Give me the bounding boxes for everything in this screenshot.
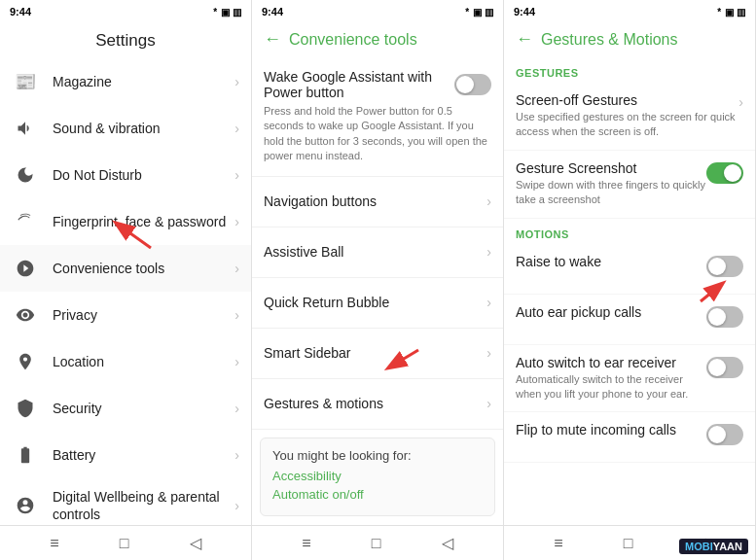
- sound-label: Sound & vibration: [53, 120, 234, 137]
- nav-home-3[interactable]: □: [624, 535, 633, 552]
- nav-buttons-label: Navigation buttons: [264, 193, 486, 209]
- screen-off-desc: Use specified gestures on the screen for…: [516, 110, 738, 140]
- fingerprint-icon: [12, 212, 39, 231]
- gesture-item-raise-wake[interactable]: Raise to wake: [504, 244, 755, 295]
- battery-label: Battery: [53, 446, 234, 464]
- location-label: Location: [53, 353, 234, 370]
- auto-switch-content: Auto switch to ear receiver Automaticall…: [516, 355, 706, 402]
- auto-ear-toggle[interactable]: [706, 306, 743, 328]
- nav-home-2[interactable]: □: [372, 535, 381, 552]
- status-bar-1: 9:44 * ▣ ▥: [0, 0, 251, 23]
- tool-item-nav-buttons[interactable]: Navigation buttons ›: [252, 177, 503, 228]
- convenience-list: Wake Google Assistant with Power button …: [252, 57, 503, 525]
- raise-wake-right: [706, 254, 743, 277]
- gesture-item-auto-switch[interactable]: Auto switch to ear receiver Automaticall…: [504, 345, 755, 413]
- convenience-title: Convenience tools: [289, 31, 417, 49]
- watermark: MOBIYAAN: [679, 539, 748, 554]
- screen-off-title: Screen-off Gestures: [516, 92, 738, 108]
- dnd-icon: [12, 165, 39, 185]
- settings-item-fingerprint[interactable]: Fingerprint, face & password ›: [0, 198, 251, 245]
- flip-mute-toggle[interactable]: [706, 424, 743, 445]
- gestures-header: ← Gestures & Motions: [504, 23, 755, 57]
- settings-item-convenience[interactable]: Convenience tools ›: [0, 245, 251, 292]
- signal-icon-3: ▣ ▥: [725, 7, 745, 18]
- gesture-item-screenshot[interactable]: Gesture Screenshot Swipe down with three…: [504, 151, 755, 219]
- assistive-label: Assistive Ball: [264, 244, 486, 260]
- settings-item-security[interactable]: Security ›: [0, 385, 251, 432]
- settings-item-privacy[interactable]: Privacy ›: [0, 292, 251, 338]
- back-arrow-3[interactable]: ←: [516, 29, 533, 50]
- status-icons-2: * ▣ ▥: [465, 7, 493, 18]
- nav-menu-1[interactable]: ≡: [50, 535, 58, 552]
- auto-onoff-link[interactable]: Automatic on/off: [272, 487, 483, 502]
- dnd-chevron: ›: [234, 167, 239, 183]
- security-chevron: ›: [234, 401, 239, 416]
- motions-section-label: MOTIONS: [504, 219, 755, 244]
- auto-ear-right: [706, 304, 743, 328]
- convenience-icon: [12, 259, 39, 278]
- auto-ear-title: Auto ear pickup calls: [516, 304, 706, 320]
- time-3: 9:44: [514, 6, 535, 18]
- auto-switch-desc: Automatically switch to the receiver whe…: [516, 372, 706, 402]
- wake-assistant-item[interactable]: Wake Google Assistant with Power button …: [252, 57, 503, 177]
- nav-menu-3[interactable]: ≡: [554, 535, 562, 552]
- wellbeing-chevron: ›: [234, 498, 239, 513]
- accessibility-link[interactable]: Accessibility: [272, 469, 483, 483]
- signal-icon-2: ▣ ▥: [473, 7, 493, 18]
- status-bar-2: 9:44 * ▣ ▥: [252, 0, 503, 23]
- time-1: 9:44: [10, 6, 31, 18]
- tool-item-gestures[interactable]: Gestures & motions ›: [252, 379, 503, 430]
- convenience-label: Convenience tools: [53, 260, 234, 277]
- battery-chevron: ›: [234, 447, 239, 463]
- panel-gestures: 9:44 * ▣ ▥ ← Gestures & Motions GESTURES…: [504, 0, 756, 560]
- gesture-item-flip-mute[interactable]: Flip to mute incoming calls: [504, 412, 755, 463]
- gestures-chevron: ›: [486, 396, 491, 411]
- bluetooth-icon-2: *: [465, 7, 469, 18]
- wake-toggle[interactable]: [454, 74, 491, 95]
- settings-item-battery[interactable]: Battery ›: [0, 432, 251, 478]
- raise-wake-toggle[interactable]: [706, 256, 743, 277]
- security-icon: [12, 399, 39, 418]
- magazine-label: Magazine: [53, 73, 234, 90]
- tool-item-quick-return[interactable]: Quick Return Bubble ›: [252, 278, 503, 329]
- settings-title-text: Settings: [95, 31, 155, 50]
- wellbeing-icon: [12, 496, 39, 515]
- magazine-chevron: ›: [234, 74, 239, 89]
- bluetooth-icon: *: [213, 7, 217, 18]
- settings-item-location[interactable]: Location ›: [0, 338, 251, 385]
- security-label: Security: [53, 400, 234, 417]
- status-icons-3: * ▣ ▥: [717, 7, 745, 18]
- settings-item-wellbeing[interactable]: Digital Wellbeing & parental controls ›: [0, 478, 251, 525]
- tool-item-smart-sidebar[interactable]: Smart Sidebar ›: [252, 329, 503, 379]
- auto-switch-toggle[interactable]: [706, 357, 743, 378]
- screenshot-toggle[interactable]: [706, 162, 743, 184]
- convenience-header: ← Convenience tools: [252, 23, 503, 57]
- nav-back-1[interactable]: ◁: [190, 534, 201, 552]
- gesture-item-auto-ear[interactable]: Auto ear pickup calls: [504, 295, 755, 345]
- screenshot-desc: Swipe down with three fingers to quickly…: [516, 178, 706, 208]
- status-icons-1: * ▣ ▥: [213, 7, 241, 18]
- nav-back-2[interactable]: ◁: [442, 534, 453, 552]
- settings-item-magazine[interactable]: 📰 Magazine ›: [0, 58, 251, 105]
- screenshot-right: [706, 160, 743, 184]
- gesture-item-screen-off[interactable]: Screen-off Gestures Use specified gestur…: [504, 83, 755, 151]
- bottom-nav-2: ≡ □ ◁: [252, 525, 503, 560]
- gestures-content: GESTURES Screen-off Gestures Use specifi…: [504, 57, 755, 525]
- screenshot-title: Gesture Screenshot: [516, 160, 706, 176]
- gestures-label: Gestures & motions: [264, 396, 486, 411]
- tool-item-assistive[interactable]: Assistive Ball ›: [252, 228, 503, 278]
- assistive-chevron: ›: [486, 244, 491, 260]
- back-arrow-2[interactable]: ←: [264, 29, 281, 50]
- settings-item-sound[interactable]: Sound & vibration ›: [0, 105, 251, 152]
- settings-item-dnd[interactable]: Do Not Disturb ›: [0, 152, 251, 198]
- wake-title: Wake Google Assistant with Power button: [264, 69, 454, 100]
- raise-wake-title: Raise to wake: [516, 254, 706, 269]
- auto-switch-title: Auto switch to ear receiver: [516, 355, 706, 370]
- status-bar-3: 9:44 * ▣ ▥: [504, 0, 755, 23]
- fingerprint-chevron: ›: [234, 214, 239, 229]
- settings-list: 📰 Magazine › Sound & vibration ›: [0, 58, 251, 525]
- nav-menu-2[interactable]: ≡: [302, 535, 310, 552]
- settings-title: Settings: [0, 23, 251, 58]
- wellbeing-label: Digital Wellbeing & parental controls: [53, 488, 234, 523]
- nav-home-1[interactable]: □: [120, 535, 129, 552]
